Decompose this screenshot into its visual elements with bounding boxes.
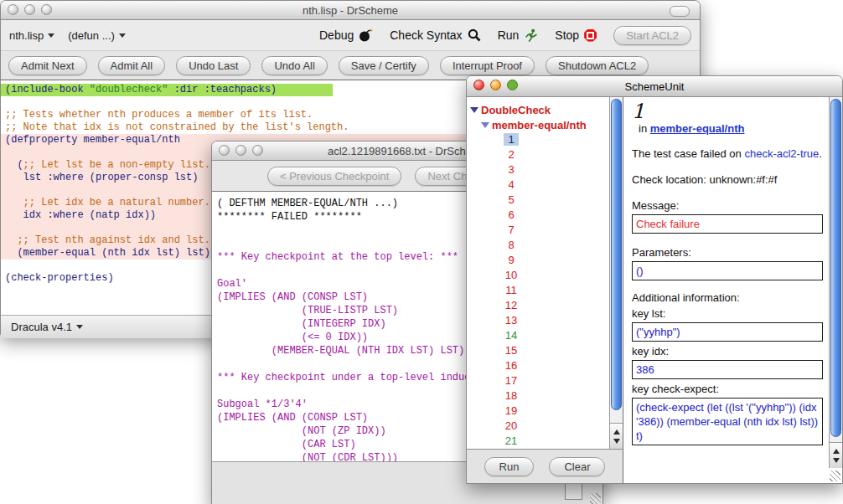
scrollbar-thumb[interactable] — [830, 99, 841, 437]
zoom-button[interactable] — [252, 145, 263, 156]
debug-button[interactable]: Debug — [319, 28, 373, 42]
shutdown-acl2-button[interactable]: Shutdown ACL2 — [546, 56, 649, 75]
parameters-box[interactable]: () — [632, 261, 823, 280]
field-value-box[interactable]: 386 — [632, 360, 823, 379]
main-window-controls — [8, 4, 52, 15]
save-certify-button[interactable]: Save / Certify — [339, 56, 429, 75]
detail-scrollbar[interactable] — [829, 97, 842, 468]
check-syntax-label: Check Syntax — [390, 28, 462, 42]
clear-button[interactable]: Clear — [549, 457, 605, 476]
test-detail-container: 1 in member-equal/nth The test case fail… — [623, 97, 842, 483]
test-group-link[interactable]: member-equal/nth — [650, 122, 745, 135]
tree-group-label: member-equal/nth — [492, 119, 587, 131]
test-case-5[interactable]: 5 — [497, 193, 525, 208]
scrollbar-arrows — [830, 442, 842, 468]
test-case-4[interactable]: 4 — [497, 177, 525, 193]
additional-info-fields: key lst:("yyhhp")key idx:386key check-ex… — [632, 307, 839, 445]
test-case-list: 123456789101112131415161718192021 — [497, 132, 609, 449]
test-case-14[interactable]: 14 — [497, 328, 525, 343]
run-button[interactable]: Run — [498, 28, 539, 43]
test-case-2[interactable]: 2 — [497, 147, 525, 162]
interrupt-proof-button[interactable]: Interrupt Proof — [440, 56, 535, 75]
language-dropdown[interactable]: Dracula v4.1 — [11, 321, 83, 333]
disclosure-triangle-icon[interactable] — [470, 107, 478, 113]
schemeunit-window: SchemeUnit DoubleCheck member-equal/nth … — [466, 75, 843, 484]
test-case-13[interactable]: 13 — [497, 313, 525, 328]
field-label: key lst: — [632, 307, 839, 320]
test-case-9[interactable]: 9 — [497, 253, 525, 268]
test-case-18[interactable]: 18 — [497, 388, 525, 404]
minimize-button[interactable] — [235, 145, 246, 156]
scroll-down-icon[interactable] — [833, 458, 840, 463]
test-case-12[interactable]: 12 — [497, 298, 525, 313]
scroll-up-icon[interactable] — [613, 429, 620, 435]
message-box[interactable]: Check failure — [632, 214, 823, 234]
close-button[interactable] — [219, 145, 230, 156]
runner-icon — [524, 28, 538, 43]
test-case-17[interactable]: 17 — [497, 373, 525, 388]
acl2-window-controls — [219, 145, 263, 156]
tree-root-label: DoubleCheck — [481, 104, 551, 116]
resize-grip[interactable] — [830, 471, 840, 481]
test-case-21[interactable]: 21 — [497, 434, 525, 449]
check-syntax-button[interactable]: Check Syntax — [390, 28, 480, 42]
resize-grip[interactable] — [590, 493, 601, 504]
language-label: Dracula v4.1 — [11, 321, 72, 333]
toolbar-actions: Debug Check Syntax Run — [319, 26, 691, 45]
admit-next-button[interactable]: Admit Next — [8, 56, 87, 75]
field-value-box[interactable]: ("yyhhp") — [632, 322, 823, 342]
undo-all-button[interactable]: Undo All — [261, 56, 327, 75]
close-button[interactable] — [473, 80, 484, 90]
file-dropdown-label: nth.lisp — [9, 29, 44, 42]
scrollbar-thumb[interactable] — [611, 99, 622, 410]
tree-scrollbar[interactable] — [609, 97, 623, 449]
stop-label: Stop — [555, 28, 579, 42]
field-value-box[interactable]: (check-expect (let ((lst '("yyhhp")) (id… — [632, 398, 823, 445]
code-line[interactable]: (include-book "doublecheck" :dir :teachp… — [1, 84, 333, 96]
zoom-button[interactable] — [41, 4, 52, 15]
main-titlebar[interactable]: nth.lisp - DrScheme — [1, 1, 700, 20]
toolbar-toggle-button[interactable] — [670, 6, 690, 17]
test-case-8[interactable]: 8 — [497, 238, 525, 253]
debug-label: Debug — [319, 28, 354, 42]
field-label: key check-expect: — [632, 383, 839, 395]
file-dropdown[interactable]: nth.lisp — [9, 29, 54, 42]
test-case-15[interactable]: 15 — [497, 343, 525, 358]
test-case-6[interactable]: 6 — [497, 208, 525, 223]
undo-last-button[interactable]: Undo Last — [176, 56, 251, 75]
disclosure-triangle-icon[interactable] — [481, 122, 489, 128]
test-case-11[interactable]: 11 — [497, 283, 525, 298]
tree-item-doublecheck[interactable]: DoubleCheck — [470, 102, 609, 117]
chevron-down-icon — [76, 325, 83, 329]
additional-info-label: Additional information: — [632, 291, 839, 304]
minimize-button[interactable] — [490, 80, 501, 90]
zoom-button[interactable] — [507, 80, 518, 90]
test-case-16[interactable]: 16 — [497, 358, 525, 373]
test-case-19[interactable]: 19 — [497, 404, 525, 419]
case-number: 1 — [632, 100, 839, 122]
stop-button[interactable]: Stop — [555, 28, 597, 42]
stop-icon — [584, 29, 597, 42]
scroll-down-icon[interactable] — [613, 439, 620, 444]
test-case-3[interactable]: 3 — [497, 162, 525, 177]
previous-checkpoint-button[interactable]: < Previous Checkpoint — [267, 167, 401, 186]
start-acl2-button[interactable]: Start ACL2 — [613, 26, 691, 45]
run-tests-button[interactable]: Run — [484, 457, 535, 476]
test-case-7[interactable]: 7 — [497, 223, 525, 238]
close-button[interactable] — [8, 4, 18, 15]
case-origin: in member-equal/nth — [639, 122, 839, 135]
test-case-20[interactable]: 20 — [497, 419, 525, 434]
admit-all-button[interactable]: Admit All — [98, 56, 166, 75]
test-case-1[interactable]: 1 — [497, 132, 525, 147]
definition-dropdown[interactable]: (defun ...) — [68, 29, 126, 42]
schemeunit-content: DoubleCheck member-equal/nth 12345678910… — [467, 97, 842, 483]
minimize-button[interactable] — [24, 4, 35, 15]
message-label: Message: — [632, 199, 839, 212]
schemeunit-window-controls — [473, 80, 518, 90]
schemeunit-titlebar[interactable]: SchemeUnit — [467, 76, 842, 97]
scroll-up-icon[interactable] — [833, 449, 840, 454]
test-case-10[interactable]: 10 — [497, 268, 525, 283]
test-controls: Run Clear — [467, 449, 623, 483]
tree-item-member-equal-nth[interactable]: member-equal/nth — [481, 117, 609, 132]
scrollbar-arrows — [610, 423, 623, 449]
